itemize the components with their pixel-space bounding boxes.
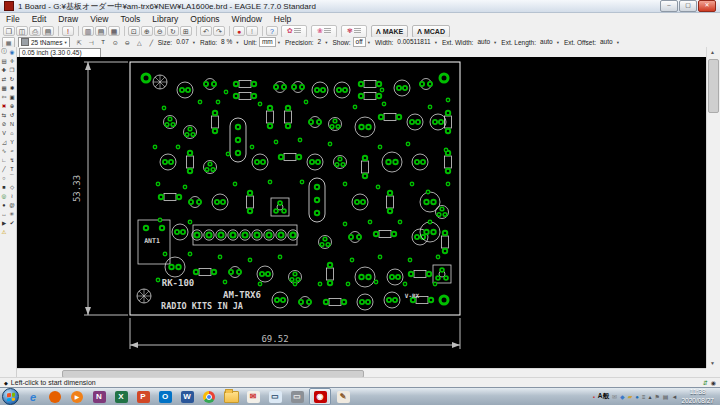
menu-view[interactable]: View <box>84 13 114 25</box>
menu-file[interactable]: File <box>0 13 26 25</box>
vertical-scroll-thumb[interactable] <box>708 59 719 113</box>
minimize-button[interactable]: – <box>660 0 678 12</box>
pcb-service-button-3[interactable]: ✾ <box>341 25 367 38</box>
mark-icon[interactable]: ✛ <box>8 56 16 65</box>
add-icon[interactable]: ⊕ <box>8 101 16 110</box>
dim-angle-icon[interactable]: △ <box>134 37 145 48</box>
taskbar-remote-desktop[interactable]: ▭ <box>265 389 285 404</box>
rect-icon[interactable]: ■ <box>0 182 8 191</box>
board-icon[interactable]: ▦ <box>108 26 120 36</box>
signal-icon[interactable]: ≀ <box>8 191 16 200</box>
zoom-in-icon[interactable]: ⊕ <box>141 26 153 36</box>
taskbar-excel[interactable]: X <box>111 389 131 404</box>
pcb-canvas[interactable]: ANT1RK-100AM-TRX6RADIO KITS IN JAV-RX53.… <box>17 57 706 368</box>
ime-indicator[interactable]: A般 <box>598 392 609 401</box>
auto-icon[interactable]: ▶ <box>0 218 8 227</box>
rotate-icon[interactable]: ↻ <box>8 74 16 83</box>
taskbar-paint[interactable]: ✎ <box>333 389 353 404</box>
network-icon[interactable]: ▤ <box>663 394 669 400</box>
menu-window[interactable]: Window <box>226 13 268 25</box>
param-ratio[interactable]: Ratio:8 %▾ <box>200 38 238 46</box>
mcad-button[interactable]: ΛMCAD <box>412 25 450 38</box>
taskbar-fax[interactable]: ▭ <box>287 389 307 404</box>
library-icon[interactable]: ▥ <box>82 26 94 36</box>
taskbar-outlook[interactable]: O <box>155 389 175 404</box>
taskbar-explorer[interactable] <box>221 389 241 404</box>
menu-library[interactable]: Library <box>146 13 184 25</box>
horizontal-scrollbar[interactable] <box>17 368 706 377</box>
tray-folder-icon[interactable]: ▰ <box>628 394 633 400</box>
zoom-out-icon[interactable]: ⊖ <box>154 26 166 36</box>
meander-icon[interactable]: ≈ <box>8 146 16 155</box>
vertical-scrollbar[interactable]: ▲ ▼ <box>706 47 718 368</box>
tray-mail-icon[interactable]: ✉ <box>612 394 617 400</box>
dimension-icon[interactable]: ↔ <box>0 209 8 218</box>
action-center-icon[interactable]: ⚑ <box>654 394 659 400</box>
menu-draw[interactable]: Draw <box>52 13 84 25</box>
make-button[interactable]: ΛMAKE <box>371 25 408 38</box>
titlebar[interactable]: 1 Board - G:¥基板オーダー中¥am-trx6¥NEW¥LA1600e… <box>0 0 720 13</box>
pcb-service-button-2[interactable]: ❀ <box>311 25 337 38</box>
taskbar-firefox[interactable] <box>45 389 65 404</box>
show-icon[interactable]: ◉ <box>8 47 16 56</box>
print-icon[interactable]: ⎙ <box>29 26 41 36</box>
zoom-fit-icon[interactable]: ⊡ <box>128 26 140 36</box>
paste-icon[interactable]: ▣ <box>8 92 16 101</box>
dim-parallel-icon[interactable]: ⇱ <box>74 37 85 48</box>
ratsnest-icon[interactable]: ✳ <box>8 209 16 218</box>
tray-info-icon[interactable]: ● <box>635 394 639 400</box>
redo-icon[interactable]: ↷ <box>213 26 225 36</box>
taskbar-clock[interactable]: 11:38 2020/08/27 <box>681 388 714 404</box>
taskbar-media-player[interactable]: ▶ <box>67 389 87 404</box>
group-icon[interactable]: ▦ <box>0 83 8 92</box>
taskbar-ie[interactable]: e <box>23 389 43 404</box>
help-icon[interactable]: ? <box>266 26 278 36</box>
param-show[interactable]: Show:off▾ <box>332 37 369 47</box>
taskbar-chrome[interactable] <box>199 389 219 404</box>
copy-icon[interactable]: ❐ <box>8 65 16 74</box>
start-button[interactable] <box>2 388 19 405</box>
polygon-icon[interactable]: ◇ <box>8 182 16 191</box>
run-script-icon[interactable]: ! <box>62 26 74 36</box>
taskbar-powerpoint[interactable]: P <box>133 389 153 404</box>
mirror-icon[interactable]: ⇄ <box>0 74 8 83</box>
miter-icon[interactable]: ◿ <box>0 137 8 146</box>
maximize-button[interactable]: ▢ <box>679 0 697 12</box>
taskbar-mail[interactable]: ✉ <box>243 389 263 404</box>
optimize-icon[interactable]: ∿ <box>0 146 8 155</box>
attribute-icon[interactable]: @ <box>8 200 16 209</box>
open-icon[interactable]: ❒ <box>3 26 15 36</box>
param-width[interactable]: Width:0.00511811▾ <box>375 38 437 46</box>
replace-icon[interactable]: ↺ <box>8 110 16 119</box>
hole-icon[interactable]: ● <box>0 200 8 209</box>
pcb-service-button-1[interactable]: ✿ <box>281 25 307 38</box>
move-icon[interactable]: ✚ <box>0 65 8 74</box>
name-icon[interactable]: N <box>8 119 16 128</box>
tray-drive-icon[interactable]: ◆ <box>620 394 625 400</box>
param-unit[interactable]: Unit:mm▾ <box>244 37 280 47</box>
errors-icon[interactable]: ⚠ <box>0 227 8 236</box>
layer-select[interactable]: 25 tNames▾ <box>18 37 70 48</box>
text-icon[interactable]: T <box>8 164 16 173</box>
lock-icon[interactable]: ⊘ <box>0 119 8 128</box>
show-hidden-icons[interactable]: ▴ <box>648 394 651 400</box>
cut-icon[interactable]: ✄ <box>0 92 8 101</box>
drc-icon[interactable]: ✔ <box>8 218 16 227</box>
schematic-icon[interactable]: ▤ <box>95 26 107 36</box>
dim-vertical-icon[interactable]: T <box>98 37 109 48</box>
display-icon[interactable]: ▤ <box>0 56 8 65</box>
menu-help[interactable]: Help <box>268 13 297 25</box>
taskbar-word[interactable]: W <box>177 389 197 404</box>
split-icon[interactable]: Y <box>8 137 16 146</box>
param-extwidth[interactable]: Ext. Width:auto▾ <box>442 38 496 46</box>
tray-app-icon[interactable]: ▪ <box>593 394 595 400</box>
param-size[interactable]: Size:0.07▾ <box>158 38 195 46</box>
close-button[interactable]: ✕ <box>698 0 716 12</box>
zoom-redraw-icon[interactable]: ↻ <box>167 26 179 36</box>
value-icon[interactable]: V <box>0 128 8 137</box>
via-icon[interactable]: ◎ <box>0 191 8 200</box>
route-icon[interactable]: ∟ <box>0 155 8 164</box>
info-icon[interactable]: ⓘ <box>0 47 8 56</box>
zoom-select-icon[interactable]: ⊞ <box>180 26 192 36</box>
taskbar-onenote[interactable]: N <box>89 389 109 404</box>
